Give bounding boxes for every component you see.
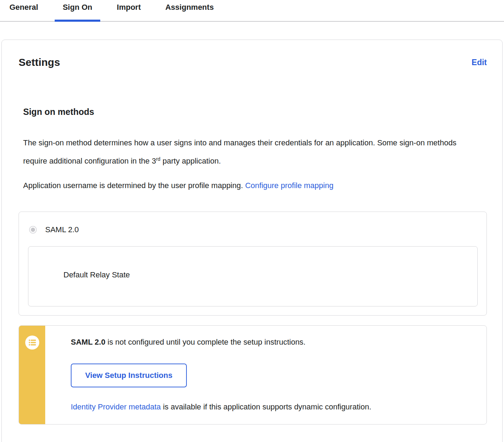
saml-radio-dot xyxy=(31,228,35,232)
saml-not-configured-callout: SAML 2.0 is not configured until you com… xyxy=(19,325,487,424)
tab-general[interactable]: General xyxy=(1,0,46,21)
settings-card-header: Settings Edit xyxy=(19,56,487,69)
configure-profile-mapping-link[interactable]: Configure profile mapping xyxy=(245,181,333,190)
default-relay-state-label: Default Relay State xyxy=(63,270,477,280)
tab-import[interactable]: Import xyxy=(109,0,149,21)
app-tabbar: General Sign On Import Assignments xyxy=(0,0,504,22)
saml-method-box: SAML 2.0 Default Relay State xyxy=(19,212,487,316)
identity-provider-metadata-link[interactable]: Identity Provider metadata xyxy=(71,402,161,411)
username-mapping-text: Application username is determined by th… xyxy=(23,181,245,190)
sign-on-description: The sign-on method determines how a user… xyxy=(23,134,458,170)
default-relay-state-box: Default Relay State xyxy=(28,246,478,306)
sign-on-description-text-1: The sign-on method determines how a user… xyxy=(23,138,456,165)
settings-card: Settings Edit Sign on methods The sign-o… xyxy=(1,40,503,442)
warning-content: SAML 2.0 is not configured until you com… xyxy=(45,326,486,424)
page-title: Settings xyxy=(19,56,60,69)
saml-radio-button[interactable] xyxy=(29,226,37,234)
username-mapping-line: Application username is determined by th… xyxy=(23,177,458,195)
metadata-line-text: is available if this application support… xyxy=(161,402,371,411)
sign-on-methods-heading: Sign on methods xyxy=(23,106,487,118)
tab-assignments[interactable]: Assignments xyxy=(157,0,222,21)
saml-radio-row: SAML 2.0 xyxy=(19,212,486,235)
warning-message-bold: SAML 2.0 xyxy=(71,338,105,346)
sign-on-description-superscript: rd xyxy=(156,156,160,162)
edit-link[interactable]: Edit xyxy=(472,58,487,67)
sign-on-description-text-2: party application. xyxy=(161,157,221,165)
view-setup-instructions-button[interactable]: View Setup Instructions xyxy=(71,364,187,387)
saml-radio-label: SAML 2.0 xyxy=(45,225,79,235)
warning-message: SAML 2.0 is not configured until you com… xyxy=(71,337,472,348)
warning-message-text: is not configured until you complete the… xyxy=(105,338,306,346)
metadata-line: Identity Provider metadata is available … xyxy=(71,402,472,412)
tab-sign-on[interactable]: Sign On xyxy=(55,0,100,21)
list-icon xyxy=(25,336,39,350)
warning-accent-strip xyxy=(19,326,45,424)
